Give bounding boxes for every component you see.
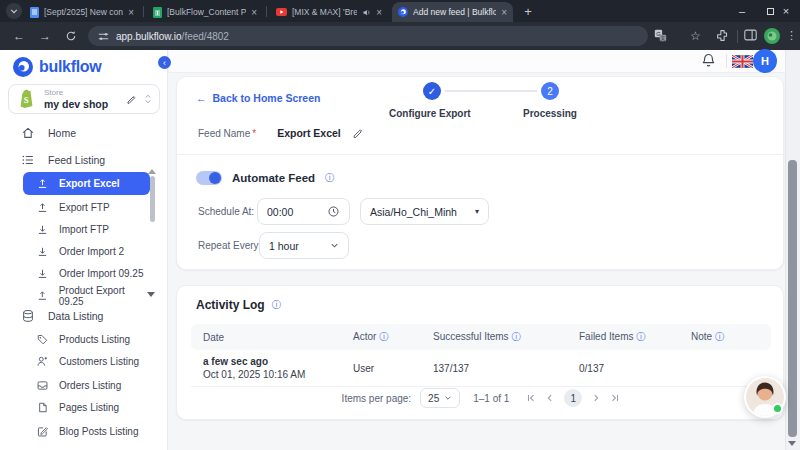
sidebar-item-order-import-2[interactable]: Order Import 2 [23, 240, 150, 263]
user-avatar[interactable]: H [753, 49, 777, 73]
sidebar-item-data-listing[interactable]: Data Listing [0, 304, 168, 328]
scrollbar-down-arrow[interactable] [788, 441, 796, 446]
close-icon[interactable]: × [128, 7, 134, 18]
cell-actor: User [353, 363, 433, 374]
close-icon[interactable]: × [376, 7, 382, 18]
browser-menu-button[interactable]: ⋮ [786, 29, 797, 42]
sidebar-item-customers-listing[interactable]: Customers Listing [23, 350, 150, 373]
sidebar-item-label: Order Import 09.25 [59, 268, 143, 279]
last-page-button[interactable] [610, 393, 620, 403]
edit-store-pencil-icon[interactable] [126, 94, 137, 105]
download-icon [36, 245, 49, 258]
next-page-button[interactable] [591, 393, 601, 403]
column-note: Note ⓘ [691, 331, 771, 344]
caret-down-icon: ▾ [475, 207, 479, 216]
notifications-button[interactable] [700, 52, 717, 69]
step-2-circle: 2 [541, 82, 559, 100]
pages-icon [36, 401, 49, 414]
info-icon[interactable]: ⓘ [636, 331, 646, 342]
time-value: 00:00 [267, 206, 327, 218]
download-icon [36, 223, 49, 236]
chevron-down-icon [444, 394, 452, 402]
info-icon[interactable]: ⓘ [511, 331, 521, 342]
bookmark-star-button[interactable]: ☆ [690, 29, 701, 43]
repeat-every-select[interactable]: 1 hour [259, 232, 349, 259]
new-tab-button[interactable]: + [520, 3, 536, 19]
cell-date: a few sec ago Oct 01, 2025 10:16 AM [203, 356, 353, 380]
automate-feed-toggle[interactable] [196, 171, 222, 185]
step-1-circle: ✓ [423, 82, 441, 100]
window-close-button[interactable]: × [772, 0, 800, 22]
page-scrollbar-thumb[interactable] [788, 160, 797, 437]
language-selector[interactable] [732, 55, 753, 68]
database-icon [21, 309, 35, 323]
automate-feed-label: Automate Feed [232, 172, 315, 184]
chevron-right-icon [591, 393, 601, 403]
current-page-button[interactable]: 1 [564, 389, 582, 407]
browser-tab-3[interactable]: [MIX & MAX] 'Break My He × [270, 2, 388, 22]
sidebar-item-pages-listing[interactable]: Pages Listing [23, 396, 150, 419]
profile-button[interactable] [764, 28, 780, 44]
step-1-label: Configure Export [389, 108, 471, 119]
browser-toolbar: ← → app.bulkflow.io/feed/4802 G文 ☆ ⋮ [0, 22, 800, 50]
app-logo[interactable]: bulkflow [13, 57, 101, 77]
support-chat-widget[interactable] [744, 376, 786, 418]
side-panel-button[interactable] [744, 29, 757, 41]
per-page-select[interactable]: 25 [420, 388, 460, 408]
timezone-select[interactable]: Asia/Ho_Chi_Minh ▾ [360, 198, 489, 225]
sidebar-item-export-excel[interactable]: Export Excel [23, 172, 150, 195]
browser-tab-2[interactable]: [BulkFlow_Content Plan] Digita × [147, 2, 263, 22]
audio-icon[interactable] [362, 8, 371, 17]
sidebar-item-order-import-0925[interactable]: Order Import 09.25 [23, 262, 150, 285]
store-selector[interactable]: S Store my dev shop [8, 84, 160, 114]
column-actor: Actor ⓘ [353, 331, 433, 344]
close-icon[interactable]: × [501, 7, 507, 18]
submenu-scroll-up-icon[interactable] [148, 169, 156, 174]
chevron-left-icon [545, 393, 555, 403]
info-icon[interactable]: ⓘ [325, 172, 335, 185]
sidebar-item-blog-posts-listing[interactable]: Blog Posts Listing [23, 420, 150, 443]
translate-button[interactable]: G文 [654, 29, 667, 42]
prev-page-button[interactable] [545, 393, 555, 403]
schedule-time-input[interactable]: 00:00 [257, 198, 350, 225]
url-address-bar[interactable]: app.bulkflow.io/feed/4802 [88, 26, 648, 46]
info-icon[interactable]: ⓘ [272, 299, 282, 312]
close-icon[interactable]: × [251, 7, 257, 18]
items-per-page-label: Items per page: [342, 393, 411, 404]
forward-button[interactable]: → [32, 29, 58, 43]
activity-table-row[interactable]: a few sec ago Oct 01, 2025 10:16 AM User… [191, 350, 771, 386]
tab-search-button[interactable] [6, 3, 22, 19]
column-date: Date [203, 332, 353, 343]
extensions-button[interactable] [716, 29, 729, 42]
profile-icon [764, 28, 780, 44]
sidebar-item-products-listing[interactable]: Products Listing [23, 328, 150, 351]
info-icon[interactable]: ⓘ [715, 331, 725, 342]
edit-feed-name-pencil-icon[interactable] [352, 127, 364, 139]
upload-icon [36, 201, 49, 214]
sidebar-collapse-button[interactable]: ‹ [158, 56, 171, 69]
last-page-icon [610, 393, 620, 403]
tab-title: [Sept/2025] New content - Ha [44, 7, 123, 17]
submenu-scrollbar[interactable] [150, 176, 155, 222]
sidebar-item-label: Blog Posts Listing [59, 426, 139, 437]
first-page-icon [526, 393, 536, 403]
back-to-home-link[interactable]: ← Back to Home Screen [196, 92, 320, 104]
chevron-down-icon [330, 241, 339, 250]
browser-tab-active[interactable]: Add new feed | Bulkflow × [392, 2, 513, 22]
uk-flag [732, 55, 753, 68]
sidebar-item-home[interactable]: Home [0, 121, 168, 145]
reload-button[interactable] [58, 30, 84, 42]
window-minimize-button[interactable]: – [728, 0, 756, 22]
sidebar-item-feed-listing[interactable]: Feed Listing [0, 148, 168, 172]
sidebar-item-orders-listing[interactable]: Orders Listing [23, 374, 150, 397]
sidebar-item-export-ftp[interactable]: Export FTP [23, 196, 150, 219]
first-page-button[interactable] [526, 393, 536, 403]
feed-name-value: Export Excel [277, 127, 341, 139]
submenu-scroll-down-icon[interactable] [147, 292, 155, 297]
info-icon[interactable]: ⓘ [379, 331, 389, 342]
back-button[interactable]: ← [6, 29, 32, 43]
sidebar-item-import-ftp[interactable]: Import FTP [23, 218, 150, 241]
browser-tab-1[interactable]: [Sept/2025] New content - Ha × [24, 2, 140, 22]
clock-icon[interactable] [327, 205, 340, 218]
store-select-chevrons-icon[interactable] [144, 93, 152, 105]
